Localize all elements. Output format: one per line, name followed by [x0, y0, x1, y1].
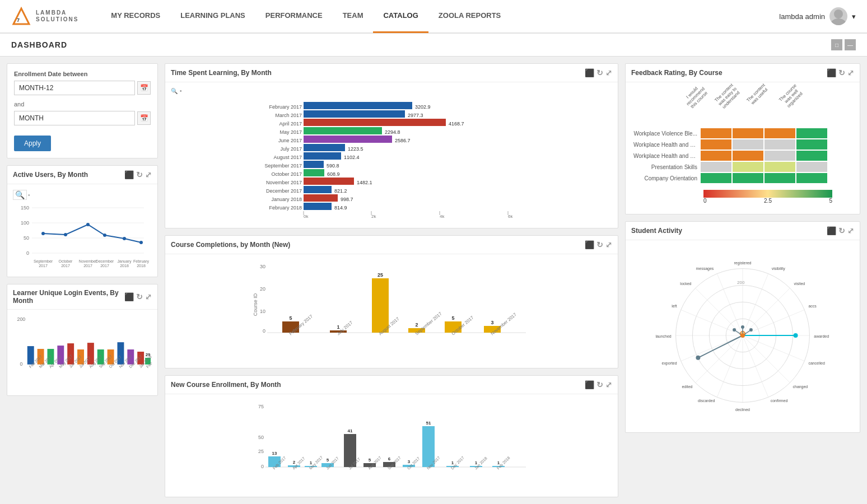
apply-button[interactable]: Apply — [14, 136, 51, 151]
svg-text:visibility: visibility — [772, 267, 785, 271]
time-expand[interactable]: ⤢ — [605, 68, 612, 77]
nav-team[interactable]: TEAM — [333, 0, 374, 33]
ts-zoom-icon[interactable]: 🔍 — [171, 88, 178, 94]
login-refresh[interactable]: ↻ — [136, 292, 143, 301]
login-export[interactable]: ⬛ — [124, 292, 134, 301]
svg-text:2018: 2018 — [120, 264, 129, 268]
cc-export[interactable]: ⬛ — [585, 240, 594, 249]
svg-line-200 — [717, 335, 743, 397]
svg-point-14 — [86, 223, 90, 226]
active-users-expand[interactable]: ⤢ — [145, 170, 152, 179]
heatmap-label-4: Presentation Skills — [633, 164, 701, 170]
svg-text:February: February — [133, 259, 150, 264]
ne-refresh[interactable]: ↻ — [596, 380, 603, 389]
cc-expand[interactable]: ⤢ — [605, 240, 612, 249]
active-users-panel: Active Users, By Month ⬛ ↻ ⤢ 🔍 • — [7, 165, 158, 277]
heatmap-cell — [765, 139, 795, 150]
student-activity-controls: ⬛ ↻ ⤢ — [827, 226, 854, 235]
middle-column: Time Spent Learning, By Month ⬛ ↻ ⤢ 🔍 • … — [165, 63, 618, 504]
nav-avatar[interactable] — [829, 7, 847, 25]
svg-text:5: 5 — [451, 315, 454, 321]
cc-refresh[interactable]: ↻ — [596, 240, 603, 249]
time-spent-title: Time Spent Learning, By Month — [171, 69, 272, 77]
heatmap-cell — [765, 173, 795, 183]
svg-text:200: 200 — [737, 280, 745, 285]
nav-user: lambda admin ▾ — [779, 7, 856, 25]
svg-text:5: 5 — [369, 458, 371, 463]
svg-text:5: 5 — [289, 315, 292, 321]
svg-text:edited: edited — [682, 385, 692, 389]
logo-line2: SOLUTIONS — [36, 16, 78, 23]
course-completions-controls: ⬛ ↻ ⤢ — [585, 240, 612, 249]
svg-text:814.9: 814.9 — [334, 205, 347, 211]
svg-text:100: 100 — [21, 220, 29, 226]
active-users-title: Active Users, By Month — [13, 171, 88, 179]
svg-text:3202.9: 3202.9 — [415, 104, 431, 110]
sa-refresh[interactable]: ↻ — [838, 226, 845, 235]
active-users-export[interactable]: ⬛ — [124, 170, 134, 179]
student-activity-header: Student Activity ⬛ ↻ ⤢ — [626, 222, 860, 240]
svg-text:2k: 2k — [371, 214, 376, 219]
svg-text:20: 20 — [260, 286, 265, 292]
svg-line-194 — [743, 310, 804, 335]
svg-rect-108 — [304, 203, 332, 210]
nav-learning-plans[interactable]: LEARNING PLANS — [170, 0, 255, 33]
active-users-chart: 150 100 50 0 September — [13, 202, 152, 269]
fb-expand[interactable]: ⤢ — [847, 68, 854, 77]
filter-from-input[interactable] — [14, 81, 135, 95]
zoom-minus[interactable]: 🔍 — [13, 190, 27, 200]
time-export[interactable]: ⬛ — [585, 68, 594, 77]
time-spent-chart: February 2017 3202.9 March 2017 2977.3 A… — [171, 97, 612, 221]
fb-export[interactable]: ⬛ — [827, 68, 836, 77]
dashboard-collapse-btn[interactable]: — — [845, 39, 856, 50]
time-refresh[interactable]: ↻ — [596, 68, 603, 77]
heatmap-cell — [701, 139, 731, 150]
heatmap-cell — [796, 151, 827, 161]
calendar-from-icon[interactable]: 📅 — [137, 81, 151, 95]
svg-text:68: 68 — [98, 344, 103, 349]
nav-my-records[interactable]: MY RECORDS — [101, 0, 170, 33]
active-users-refresh[interactable]: ↻ — [136, 170, 143, 179]
heatmap-cells-3 — [701, 151, 827, 161]
svg-text:0k: 0k — [304, 214, 309, 219]
svg-rect-90 — [304, 152, 341, 160]
filter-to-input[interactable] — [14, 111, 135, 125]
login-expand[interactable]: ⤢ — [145, 292, 152, 301]
svg-text:locked: locked — [680, 282, 691, 286]
svg-rect-75 — [304, 110, 405, 118]
feedback-header: Feedback Rating, By Course ⬛ ↻ ⤢ — [626, 64, 860, 82]
svg-text:March 2017: March 2017 — [275, 113, 302, 118]
course-completions-title: Course Completions, by Month (New) — [171, 241, 290, 249]
svg-point-211 — [696, 356, 700, 360]
svg-text:10: 10 — [260, 309, 265, 314]
color-scale-labels: 0 2.5 5 — [703, 198, 832, 204]
svg-text:accs: accs — [808, 304, 817, 308]
sa-export[interactable]: ⬛ — [827, 226, 836, 235]
dashboard-minimize-btn[interactable]: □ — [831, 39, 842, 50]
nav-zoola-reports[interactable]: ZOOLA REPORTS — [428, 0, 511, 33]
scale-min: 0 — [703, 198, 707, 204]
svg-text:150: 150 — [21, 205, 29, 211]
nav-catalog[interactable]: CATALOG — [373, 0, 428, 33]
svg-text:February 2017: February 2017 — [269, 104, 302, 110]
svg-line-193 — [743, 288, 790, 335]
heatmap-cell — [733, 139, 763, 150]
svg-text:declined: declined — [735, 408, 750, 412]
svg-text:confirmed: confirmed — [771, 399, 788, 403]
calendar-to-icon[interactable]: 📅 — [137, 111, 151, 125]
course-completions-body: 30 20 10 0 5 1 25 2 — [165, 254, 618, 368]
svg-text:2977.3: 2977.3 — [408, 113, 423, 118]
nav-performance[interactable]: PERFORMANCE — [255, 0, 333, 33]
ne-export[interactable]: ⬛ — [585, 380, 594, 389]
svg-text:2018: 2018 — [137, 264, 146, 268]
fb-refresh[interactable]: ↻ — [838, 68, 845, 77]
svg-point-213 — [741, 325, 744, 329]
svg-text:98: 98 — [88, 337, 93, 342]
heatmap-cells-1 — [701, 128, 827, 138]
nav-dropdown-icon[interactable]: ▾ — [852, 12, 856, 21]
time-spent-controls: ⬛ ↻ ⤢ — [585, 68, 612, 77]
sa-expand[interactable]: ⤢ — [847, 226, 854, 235]
svg-text:95: 95 — [68, 338, 73, 343]
svg-text:1482.1: 1482.1 — [357, 180, 372, 185]
ne-expand[interactable]: ⤢ — [605, 380, 612, 389]
